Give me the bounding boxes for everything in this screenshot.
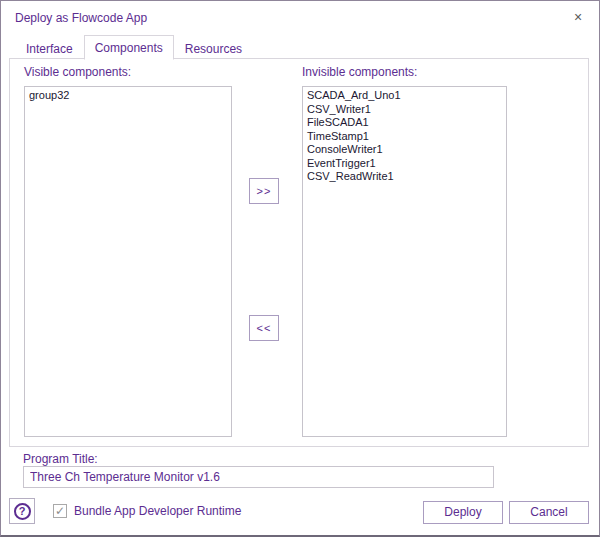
cancel-button[interactable]: Cancel	[509, 501, 589, 524]
visible-components-label: Visible components:	[24, 65, 131, 79]
list-item[interactable]: EventTrigger1	[307, 157, 506, 171]
dialog-title: Deploy as Flowcode App	[15, 11, 147, 25]
bundle-runtime-label: Bundle App Developer Runtime	[74, 504, 241, 518]
checkmark-icon: ✓	[55, 504, 65, 518]
close-icon[interactable]: ×	[568, 7, 588, 27]
tab-interface[interactable]: Interface	[15, 37, 84, 60]
list-item[interactable]: SCADA_Ard_Uno1	[307, 89, 506, 103]
bundle-runtime-checkbox[interactable]: ✓	[53, 504, 67, 518]
list-item[interactable]: FileSCADA1	[307, 116, 506, 130]
tab-resources[interactable]: Resources	[174, 37, 253, 60]
visible-components-list[interactable]: group32	[24, 86, 232, 437]
list-item[interactable]: CSV_ReadWrite1	[307, 170, 506, 184]
help-button[interactable]: ?	[9, 498, 35, 524]
invisible-components-label: Invisible components:	[302, 65, 417, 79]
list-item[interactable]: CSV_Writer1	[307, 103, 506, 117]
invisible-components-list[interactable]: SCADA_Ard_Uno1CSV_Writer1FileSCADA1TimeS…	[302, 86, 507, 437]
program-title-input[interactable]	[23, 466, 494, 488]
components-tab-page: Visible components: Invisible components…	[9, 58, 589, 447]
list-item[interactable]: ConsoleWriter1	[307, 143, 506, 157]
help-icon: ?	[14, 503, 31, 520]
tab-strip: Interface Components Resources	[9, 36, 253, 59]
list-item[interactable]: TimeStamp1	[307, 130, 506, 144]
deploy-button[interactable]: Deploy	[423, 501, 503, 524]
list-item[interactable]: group32	[29, 89, 231, 103]
deploy-dialog: Deploy as Flowcode App × Interface Compo…	[0, 0, 600, 537]
move-to-visible-button[interactable]: <<	[249, 315, 279, 341]
tab-components[interactable]: Components	[84, 35, 174, 60]
program-title-label: Program Title:	[23, 452, 98, 466]
move-to-invisible-button[interactable]: >>	[249, 178, 279, 204]
bundle-runtime-option[interactable]: ✓ Bundle App Developer Runtime	[53, 504, 241, 518]
